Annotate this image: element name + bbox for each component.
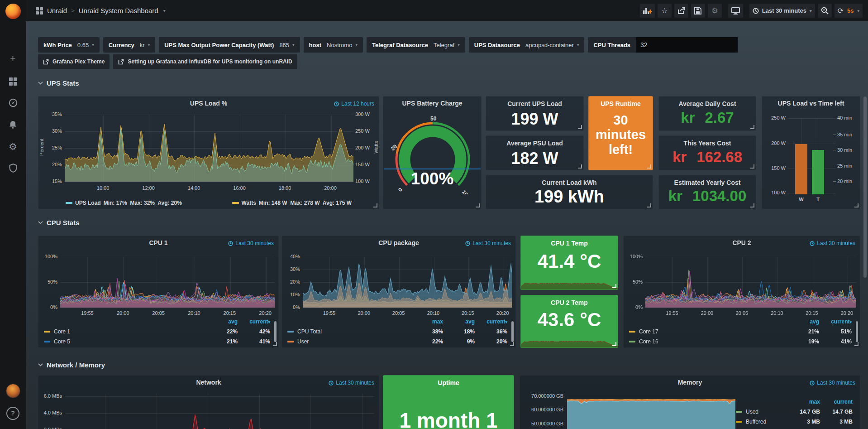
legend-series-toggle[interactable]: Core 5 — [44, 338, 206, 345]
panel-title[interactable]: CPU 2 Temp — [521, 299, 618, 306]
sidebar-item-profile[interactable] — [0, 382, 26, 400]
variable-kwh-price[interactable]: kWh Price0.65▾ — [38, 37, 100, 53]
legend-sort-current[interactable]: current▾ — [475, 318, 507, 325]
legend-sort-current[interactable]: current▾ — [819, 318, 852, 325]
legend-sort-max[interactable]: max — [788, 399, 820, 405]
sidebar-item-server-admin[interactable] — [0, 159, 26, 177]
legend-sort-avg[interactable]: avg — [443, 318, 475, 325]
breadcrumb-folder[interactable]: Unraid — [47, 7, 67, 14]
save-dashboard-button[interactable] — [691, 4, 705, 18]
page-scrollbar[interactable] — [863, 0, 867, 429]
legend-sort-max[interactable]: max — [411, 318, 443, 325]
dashboard-settings-button[interactable]: ⚙ — [708, 4, 722, 18]
refresh-picker[interactable]: ⟳ 5s ▾ — [835, 4, 863, 18]
panel-resize-handle[interactable] — [510, 342, 514, 346]
time-range-picker[interactable]: Last 30 minutes ▾ — [749, 4, 815, 18]
star-dashboard-button[interactable]: ☆ — [658, 4, 672, 18]
cpu1-graph[interactable] — [60, 257, 275, 308]
legend-scrollbar[interactable] — [856, 321, 858, 342]
panel-resize-handle[interactable] — [750, 164, 754, 169]
sidebar-item-create[interactable]: + — [0, 49, 26, 67]
variable-telegraf-datasource[interactable]: Telegraf DatasourceTelegraf▾ — [367, 37, 465, 53]
legend-series-toggle[interactable]: Core 17 — [629, 328, 787, 335]
panel-resize-handle[interactable] — [612, 284, 616, 288]
panel-resize-handle[interactable] — [612, 342, 616, 346]
section-ups-stats[interactable]: UPS Stats — [38, 79, 79, 87]
panel-time-range[interactable]: Last 30 minutes — [810, 380, 855, 386]
panel-title[interactable]: Network — [38, 379, 379, 386]
variable-host[interactable]: hostNostromo▾ — [304, 37, 363, 53]
panel-time-range[interactable]: Last 12 hours — [334, 101, 374, 107]
panel-resize-handle[interactable] — [476, 203, 480, 207]
legend-series-toggle[interactable]: User — [287, 338, 411, 345]
ups-load-graph[interactable] — [65, 115, 353, 182]
panel-resize-handle[interactable] — [647, 164, 651, 169]
panel-time-range[interactable]: Last 30 minutes — [228, 240, 274, 246]
panel-title[interactable]: Memory — [520, 379, 860, 386]
sidebar-item-dashboards[interactable] — [0, 72, 26, 91]
panel-time-range[interactable]: Last 30 minutes — [329, 380, 374, 386]
panel-title[interactable]: UPS Load % — [38, 100, 379, 107]
legend-item[interactable]: Watts Min: 148 W Max: 278 W Avg: 175 W — [232, 200, 352, 206]
dashboard-caret-icon[interactable]: ▾ — [163, 8, 166, 13]
panel-resize-handle[interactable] — [373, 203, 377, 207]
legend-sort-current[interactable]: current▾ — [238, 318, 270, 325]
legend-sort-avg[interactable]: avg — [787, 318, 819, 325]
sidebar-item-help[interactable]: ? — [0, 404, 26, 422]
grafana-logo[interactable] — [0, 2, 26, 20]
legend-item[interactable]: UPS Load Min: 17% Max: 32% Avg: 20% — [66, 200, 182, 206]
legend-series-toggle[interactable]: Core 16 — [629, 338, 787, 345]
legend-scrollbar[interactable] — [511, 321, 514, 342]
panel-resize-handle[interactable] — [854, 203, 858, 207]
sidebar-item-explore[interactable] — [0, 94, 26, 112]
section-network-memory[interactable]: Network / Memory — [38, 361, 105, 369]
panel-title[interactable]: Current Load kWh — [486, 179, 653, 186]
sidebar-item-configuration[interactable]: ⚙ — [0, 137, 26, 155]
panel-resize-handle[interactable] — [750, 125, 754, 129]
panel-resize-handle[interactable] — [647, 203, 651, 207]
legend-series-toggle[interactable]: Used — [736, 409, 788, 415]
panel-resize-handle[interactable] — [854, 342, 858, 346]
panel-resize-handle[interactable] — [750, 203, 754, 207]
panel-title[interactable]: Average PSU Load — [486, 140, 583, 147]
panel-title[interactable]: Estimated Yearly Cost — [659, 179, 756, 186]
panel-time-range[interactable]: Last 30 minutes — [810, 240, 855, 246]
variable-ups-max-output[interactable]: UPS Max Output Power Capacity (Watt)865▾ — [159, 37, 300, 53]
legend-sort-avg[interactable]: avg — [206, 318, 238, 325]
legend-sort-current[interactable]: current — [820, 399, 853, 405]
panel-title[interactable]: Average Daily Cost — [659, 100, 756, 107]
variable-currency[interactable]: Currencykr▾ — [103, 37, 155, 53]
load-vs-time-bars[interactable] — [762, 96, 861, 210]
panel-resize-handle[interactable] — [578, 164, 582, 169]
panel-resize-handle[interactable] — [273, 342, 277, 346]
panel-time-range[interactable]: Last 30 minutes — [465, 240, 511, 246]
panel-title[interactable]: UPS Battery Charge — [383, 100, 481, 107]
legend-series-toggle[interactable]: Buffered — [736, 419, 788, 425]
legend-scrollbar[interactable] — [274, 321, 277, 342]
link-grafana-plex-theme[interactable]: Grafana Plex Theme — [38, 54, 110, 69]
network-graph[interactable] — [66, 394, 374, 429]
share-dashboard-button[interactable] — [674, 4, 688, 18]
cpu-threads-input[interactable] — [636, 37, 738, 53]
panel-title[interactable]: Current UPS Load — [486, 100, 583, 107]
zoom-out-time-button[interactable] — [818, 4, 832, 18]
legend-series-toggle[interactable]: Core 1 — [44, 328, 206, 335]
panel-title[interactable]: This Years Cost — [659, 140, 756, 147]
cpu2-graph[interactable] — [645, 257, 856, 308]
sidebar-item-alerting[interactable] — [0, 116, 26, 134]
panel-title[interactable]: Uptime — [383, 379, 514, 386]
cpu-package-graph[interactable] — [303, 257, 512, 308]
panel-title[interactable]: UPS Load vs Time left — [762, 100, 860, 107]
kiosk-mode-button[interactable] — [728, 4, 743, 18]
scrollbar-thumb[interactable] — [863, 96, 867, 278]
variable-ups-datasource[interactable]: UPS Datasourceapcupsd-container▾ — [469, 37, 585, 53]
section-cpu-stats[interactable]: CPU Stats — [38, 219, 80, 227]
panel-resize-handle[interactable] — [578, 125, 582, 129]
page-title[interactable]: Unraid System Dashboard — [79, 7, 158, 14]
add-panel-button[interactable] — [640, 4, 655, 18]
link-ups-monitoring-guide[interactable]: Setting up Grafana and InfluxDB for UPS … — [113, 54, 297, 69]
panel-title[interactable]: UPS Runtime — [589, 100, 653, 107]
panel-title[interactable]: CPU 1 Temp — [521, 240, 618, 247]
memory-graph[interactable] — [567, 394, 735, 429]
legend-series-toggle[interactable]: CPU Total — [287, 328, 411, 335]
